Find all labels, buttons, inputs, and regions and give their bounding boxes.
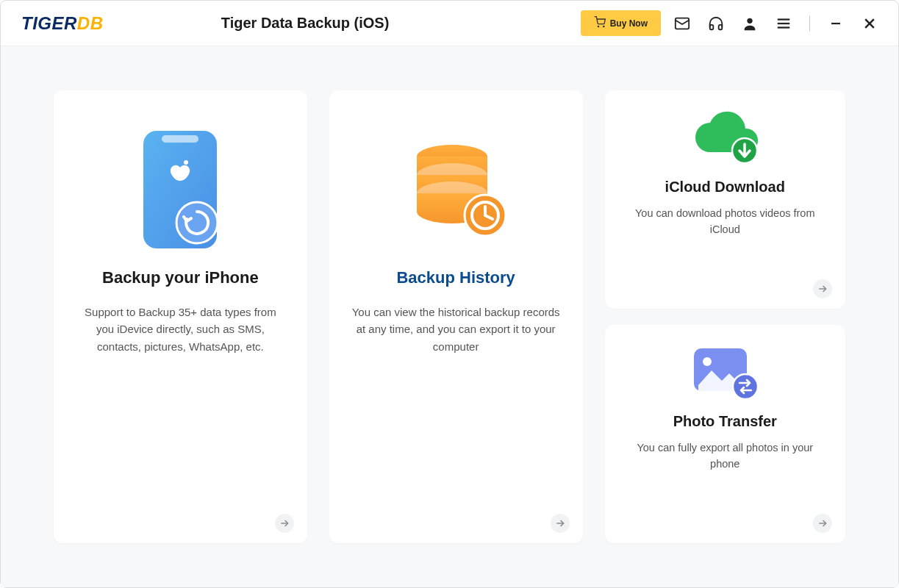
card-backup-desc: Support to Backup 35+ data types from yo… [71, 304, 290, 355]
svg-point-12 [184, 160, 188, 165]
titlebar-divider [809, 15, 810, 32]
card-icloud-desc: You can download photos videos from iClo… [620, 206, 831, 238]
buy-now-label: Buy Now [610, 18, 648, 29]
close-button[interactable] [862, 15, 878, 32]
card-photo-title: Photo Transfer [673, 413, 777, 430]
svg-point-0 [598, 26, 598, 26]
svg-point-3 [747, 18, 752, 23]
card-backup-iphone[interactable]: Backup your iPhone Support to Backup 35+… [54, 90, 307, 543]
user-icon[interactable] [742, 15, 758, 32]
card-history-arrow[interactable] [551, 514, 570, 533]
card-history-title: Backup History [396, 268, 515, 287]
main-content: Backup your iPhone Support to Backup 35+… [1, 46, 898, 587]
card-photo-desc: You can fully export all photos in your … [620, 440, 831, 473]
svg-rect-11 [162, 135, 198, 143]
card-icloud-download[interactable]: iCloud Download You can download photos … [605, 90, 846, 309]
svg-point-30 [703, 357, 712, 366]
card-icloud-title: iCloud Download [665, 179, 785, 196]
iphone-backup-icon [140, 127, 221, 252]
svg-point-1 [603, 26, 603, 26]
card-backup-arrow[interactable] [275, 514, 294, 533]
database-history-icon [401, 127, 511, 252]
card-backup-history[interactable]: Backup History You can view the historic… [329, 90, 583, 543]
card-backup-title: Backup your iPhone [102, 268, 259, 287]
buy-now-button[interactable]: Buy Now [581, 10, 661, 36]
card-history-desc: You can view the historical backup recor… [347, 304, 565, 355]
card-photo-transfer[interactable]: Photo Transfer You can fully export all … [605, 325, 846, 543]
menu-icon[interactable] [776, 15, 792, 32]
support-icon[interactable] [708, 15, 724, 32]
cart-icon [594, 16, 606, 30]
cloud-download-icon [684, 108, 765, 167]
titlebar: TIGERDB Tiger Data Backup (iOS) Buy Now [1, 1, 898, 46]
minimize-button[interactable] [828, 15, 844, 32]
mail-icon[interactable] [674, 15, 690, 32]
card-photo-arrow[interactable] [813, 514, 832, 533]
photo-transfer-icon [688, 343, 762, 401]
card-icloud-arrow[interactable] [813, 279, 832, 298]
app-title: Tiger Data Backup (iOS) [30, 15, 581, 32]
